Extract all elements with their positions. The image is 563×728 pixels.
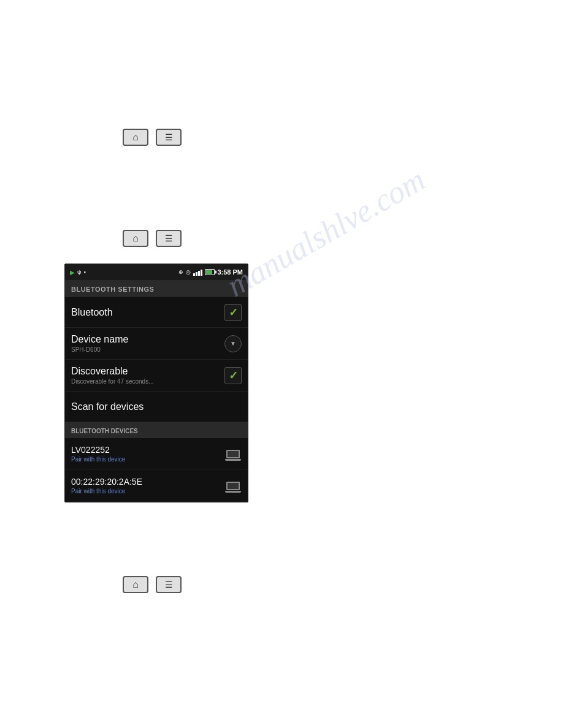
device-lv022252-text: LV022252 Pair with this device — [71, 445, 224, 463]
device-mac-icon — [224, 479, 242, 493]
nav-buttons-top — [123, 129, 182, 146]
signal-bars — [193, 268, 202, 276]
device-mac[interactable]: 00:22:29:20:2A:5E Pair with this device — [65, 470, 248, 502]
menu-button-bot[interactable] — [156, 576, 182, 593]
laptop-base2-icon — [225, 491, 241, 493]
bluetooth-item-text: Bluetooth — [71, 307, 224, 318]
device-mac-name: 00:22:29:20:2A:5E — [71, 477, 224, 487]
bluetooth-label: Bluetooth — [71, 307, 224, 318]
menu-button-top[interactable] — [156, 129, 182, 146]
scan-for-devices-text: Scan for devices — [71, 401, 242, 412]
device-lv022252-name: LV022252 — [71, 445, 224, 455]
status-icons-left: ▶ ψ ▪ — [70, 269, 86, 276]
battery-tip — [215, 271, 216, 274]
device-lv022252-icon — [224, 447, 242, 461]
wifi-icon: ◎ — [186, 269, 191, 275]
device-name-label: Device name — [71, 334, 224, 345]
status-bar: ▶ ψ ▪ ⊕ ◎ — [65, 264, 248, 280]
home-button-mid[interactable] — [123, 230, 148, 247]
home-button-bot[interactable] — [123, 576, 148, 593]
page-container: ▶ ψ ▪ ⊕ ◎ — [0, 0, 563, 728]
discoverable-item-text: Discoverable Discoverable for 47 seconds… — [71, 366, 224, 385]
usb-icon: ψ — [77, 269, 81, 275]
device-mac-text: 00:22:29:20:2A:5E Pair with this device — [71, 477, 224, 495]
phone-screen: ▶ ψ ▪ ⊕ ◎ — [64, 264, 248, 502]
laptop-base-icon — [225, 459, 241, 461]
screen-title: Bluetooth settings — [71, 286, 154, 293]
device-lv022252-action: Pair with this device — [71, 456, 224, 463]
camera-icon: ▪ — [83, 269, 85, 275]
bluetooth-item[interactable]: Bluetooth — [65, 297, 248, 328]
watermark: manualshlve.com — [221, 161, 431, 303]
laptop-screen-icon — [226, 450, 240, 458]
menu-button-mid[interactable] — [156, 230, 182, 247]
device-mac-action: Pair with this device — [71, 488, 224, 495]
discoverable-checkbox[interactable] — [224, 367, 242, 384]
laptop-screen2-icon — [226, 482, 240, 490]
device-name-dropdown[interactable] — [224, 335, 242, 352]
discoverable-subtitle: Discoverable for 47 seconds... — [71, 378, 224, 385]
status-icons-right: ⊕ ◎ 3:58 PM — [178, 268, 243, 276]
bluetooth-devices-header: Bluetooth devices — [65, 422, 248, 438]
bluetooth-checkbox[interactable] — [224, 304, 242, 321]
scan-for-devices-item[interactable]: Scan for devices — [65, 392, 248, 422]
device-lv022252[interactable]: LV022252 Pair with this device — [65, 438, 248, 470]
home-button-top[interactable] — [123, 129, 148, 146]
discoverable-item[interactable]: Discoverable Discoverable for 47 seconds… — [65, 360, 248, 392]
battery-icon — [205, 269, 215, 275]
status-time: 3:58 PM — [217, 268, 243, 276]
discoverable-label: Discoverable — [71, 366, 224, 377]
device-name-value: SPH-D600 — [71, 346, 224, 353]
scan-for-devices-label: Scan for devices — [71, 401, 242, 412]
screen-title-bar: Bluetooth settings — [65, 280, 248, 297]
battery-fill — [206, 270, 212, 274]
play-icon: ▶ — [70, 269, 75, 276]
nav-buttons-bot — [123, 576, 182, 593]
bluetooth-devices-label: Bluetooth devices — [71, 428, 138, 434]
bluetooth-status-icon: ⊕ — [178, 269, 183, 275]
device-name-item[interactable]: Device name SPH-D600 — [65, 328, 248, 360]
nav-buttons-mid — [123, 230, 182, 247]
device-name-item-text: Device name SPH-D600 — [71, 334, 224, 353]
